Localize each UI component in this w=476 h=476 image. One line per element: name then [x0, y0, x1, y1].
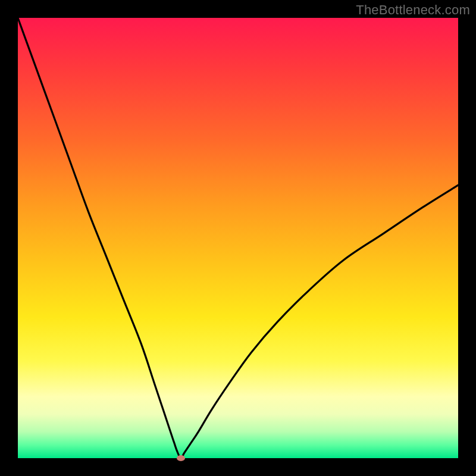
curve-svg [18, 18, 458, 458]
chart-frame: TheBottleneck.com [0, 0, 476, 476]
bottleneck-curve [18, 18, 458, 458]
plot-area [18, 18, 458, 458]
watermark-text: TheBottleneck.com [356, 2, 470, 18]
minimum-marker [177, 455, 185, 461]
